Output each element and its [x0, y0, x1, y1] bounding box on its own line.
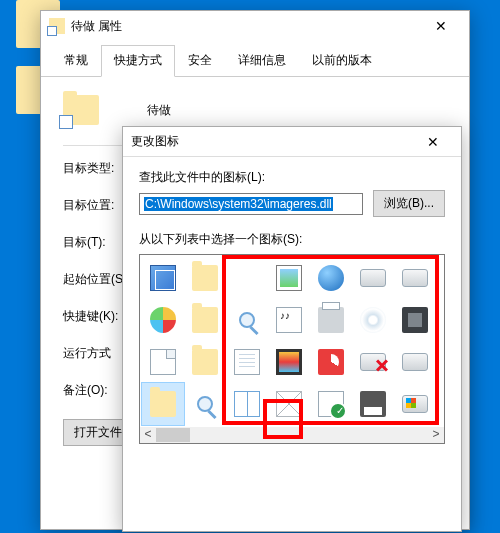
- icon-option-drive[interactable]: [394, 257, 436, 299]
- icon-path-input[interactable]: C:\Windows\system32\imageres.dll: [139, 193, 363, 215]
- icon-option-disc[interactable]: [352, 299, 394, 341]
- close-icon[interactable]: ✕: [421, 18, 461, 34]
- icon-option-chip[interactable]: [394, 299, 436, 341]
- icon-option-drive[interactable]: [352, 257, 394, 299]
- icon-option-env[interactable]: [268, 383, 310, 425]
- properties-titlebar[interactable]: 待做 属性 ✕: [41, 11, 469, 41]
- icon-option-blank[interactable]: [226, 257, 268, 299]
- horizontal-scrollbar[interactable]: < >: [140, 427, 444, 443]
- label-select-icon: 从以下列表中选择一个图标(S):: [139, 231, 445, 248]
- icon-option-folder[interactable]: [184, 341, 226, 383]
- icon-option-chart[interactable]: [310, 341, 352, 383]
- icon-option-mag[interactable]: [184, 383, 226, 425]
- tab-security[interactable]: 安全: [175, 45, 225, 76]
- icon-option-book[interactable]: [226, 383, 268, 425]
- scroll-left-icon[interactable]: <: [140, 427, 156, 443]
- icon-name-row: 待做: [63, 95, 447, 125]
- icon-option-cascade[interactable]: [142, 257, 184, 299]
- icon-option-music[interactable]: [268, 299, 310, 341]
- dialog-close-icon[interactable]: ✕: [413, 134, 453, 150]
- change-icon-dialog: 更改图标 ✕ 查找此文件中的图标(L): C:\Windows\system32…: [122, 126, 462, 532]
- icon-option-floppy[interactable]: [352, 383, 394, 425]
- icon-option-printer[interactable]: [310, 299, 352, 341]
- shortcut-name-value: 待做: [147, 102, 171, 119]
- icon-option-globe[interactable]: [310, 257, 352, 299]
- large-folder-icon: [63, 95, 99, 125]
- label-look-in: 查找此文件中的图标(L):: [139, 169, 445, 186]
- scroll-thumb[interactable]: [156, 428, 190, 442]
- browse-button[interactable]: 浏览(B)...: [373, 190, 445, 217]
- dialog-titlebar[interactable]: 更改图标 ✕: [123, 127, 461, 157]
- dialog-title: 更改图标: [131, 133, 413, 150]
- properties-title: 待做 属性: [71, 18, 421, 35]
- tab-details[interactable]: 详细信息: [225, 45, 299, 76]
- icon-option-drive-x[interactable]: [352, 341, 394, 383]
- tab-previous[interactable]: 以前的版本: [299, 45, 385, 76]
- icon-option-folder[interactable]: [184, 257, 226, 299]
- icon-option-film[interactable]: [268, 341, 310, 383]
- icon-option-list[interactable]: [226, 341, 268, 383]
- properties-tabs: 常规 快捷方式 安全 详细信息 以前的版本: [41, 45, 469, 77]
- icon-option-drive-win[interactable]: [394, 383, 436, 425]
- icon-option-folder[interactable]: [184, 299, 226, 341]
- icon-option-mag[interactable]: [226, 299, 268, 341]
- icon-option-check-ok[interactable]: ✓: [310, 383, 352, 425]
- tab-shortcut[interactable]: 快捷方式: [101, 45, 175, 77]
- scroll-right-icon[interactable]: >: [428, 427, 444, 443]
- tab-general[interactable]: 常规: [51, 45, 101, 76]
- icon-option-shield[interactable]: [142, 299, 184, 341]
- icon-option-folder[interactable]: [142, 383, 184, 425]
- icon-grid: ✓ < >: [139, 254, 445, 444]
- shortcut-folder-icon: [49, 18, 65, 34]
- icon-option-drive[interactable]: [394, 341, 436, 383]
- icon-option-page[interactable]: [142, 341, 184, 383]
- icon-option-pic[interactable]: [268, 257, 310, 299]
